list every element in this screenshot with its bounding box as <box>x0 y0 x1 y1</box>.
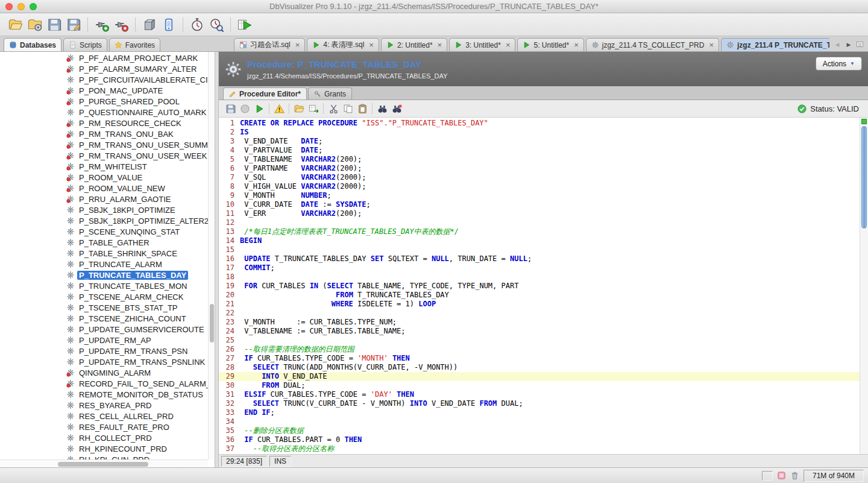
tree-item[interactable]: RES_FAULT_RATE_PRO <box>0 421 208 432</box>
code-line[interactable]: 23 V_MONTH := CUR_TABLES.TYPE_NUM; <box>219 318 860 327</box>
actions-button[interactable]: Actions ▼ <box>816 57 862 71</box>
minimize-window-button[interactable] <box>17 3 25 10</box>
tree-item[interactable]: P_RM_TRANS_ONU_BAK <box>0 128 208 139</box>
doc-tab-3[interactable]: 2: Untitled*× <box>381 38 447 51</box>
tree-item[interactable]: P_ROOM_VALUE_NEW <box>0 183 208 194</box>
tree-item[interactable]: P_TSCENE_BTS_STAT_TP <box>0 302 208 313</box>
cut-button[interactable] <box>326 101 341 116</box>
code-editor[interactable]: 1CREATE OR REPLACE PROCEDURE "ISS"."P_TR… <box>219 119 860 454</box>
tree-item[interactable]: P_QUESTIONNAIRE_AUTO_MARK <box>0 107 208 118</box>
tree-item[interactable]: RH_KPI_CHN_PRD <box>0 454 208 459</box>
copy-button[interactable] <box>341 101 355 116</box>
open-file-button[interactable] <box>6 15 25 34</box>
tree-item[interactable]: P_TRUNCATE_ALARM <box>0 259 208 270</box>
doc-tab-1[interactable]: 习题会话.sql× <box>234 38 305 51</box>
code-line[interactable]: 24 V_TABLENAME := CUR_TABLES.TABLE_NAME; <box>219 327 860 336</box>
code-line[interactable]: 13 /*每日1点定时清理表表T_TRUNCATE_TABLES_DAY中表的数… <box>219 227 860 236</box>
code-line[interactable]: 17 COMMIT; <box>219 264 860 273</box>
code-line[interactable]: 26 --取得需要清理的数据的日期范围 <box>219 345 860 354</box>
tree-item[interactable]: RH_COLLECT_PRD <box>0 432 208 443</box>
export-button[interactable] <box>306 101 321 116</box>
tree-vertical-scrollbar[interactable] <box>208 52 215 459</box>
paste-button[interactable] <box>355 101 370 116</box>
database-objects-button[interactable] <box>140 15 159 34</box>
code-line[interactable]: 31 ELSIF CUR_TABLES.TYPE_CODE = 'DAY' TH… <box>219 390 860 399</box>
code-line[interactable]: 19 FOR CUR_TABLES IN (SELECT TABLE_NAME,… <box>219 282 860 291</box>
tree-item[interactable]: QINGMING_ALARM <box>0 367 208 378</box>
code-line[interactable]: 22 <box>219 309 860 318</box>
tree-item[interactable]: REMOTE_MONITOR_DB_STATUS <box>0 389 208 400</box>
doc-tab-5[interactable]: 5: Untitled*× <box>517 38 583 51</box>
panel-tab-databases[interactable]: Databases <box>4 38 61 51</box>
save-button[interactable] <box>45 15 64 34</box>
time-search-button[interactable] <box>207 15 226 34</box>
code-line[interactable]: 20 FROM T_TRUNCATE_TABLES_DAY <box>219 291 860 300</box>
tree-hscroll-thumb[interactable] <box>58 462 148 467</box>
zoom-window-button[interactable] <box>30 3 37 10</box>
object-tab-procedure-editor[interactable]: Procedure Editor* <box>223 87 307 99</box>
tree-horizontal-scrollbar[interactable] <box>0 459 208 467</box>
code-line[interactable]: 11 V_ERR VARCHAR2(200); <box>219 209 860 218</box>
tree-item[interactable]: RH_KPINECOUNT_PRD <box>0 443 208 454</box>
save-as-button[interactable] <box>64 15 83 34</box>
tab-close-icon[interactable]: × <box>295 41 300 49</box>
tree-item[interactable]: RES_BYAREA_PRD <box>0 400 208 411</box>
tree-item[interactable]: P_TABLE_SHRINK_SPACE <box>0 248 208 259</box>
tree-item[interactable]: P_TRUNCATE_TABLES_DAY <box>0 270 208 280</box>
doc-tab-6[interactable]: jzgz_211.4 TS_COLLECT_PRD× <box>586 38 719 51</box>
tree-item[interactable]: RECORD_FAIL_TO_SEND_ALARM_PRD <box>0 378 208 389</box>
code-line[interactable]: 7 V_SQL VARCHAR2(2000); <box>219 173 860 182</box>
tree-item[interactable]: P_SCENE_XUNQING_STAT <box>0 226 208 237</box>
garbage-collect-icon[interactable] <box>790 471 799 480</box>
code-line[interactable]: 6 V_PARTNAME VARCHAR2(200); <box>219 164 860 173</box>
code-line[interactable]: 32 SELECT TRUNC(V_CURR_DATE - V_MONTH) I… <box>219 399 860 408</box>
tab-close-icon[interactable]: × <box>574 41 579 49</box>
execute-button[interactable] <box>252 101 266 116</box>
code-line[interactable]: 3 V_END_DATE DATE; <box>219 137 860 146</box>
tree-item[interactable]: P_SBJK_18KPI_OPTIMIZE_ALTER2 <box>0 215 208 226</box>
code-line[interactable]: 15 <box>219 245 860 254</box>
scroll-tabs-left-button[interactable]: ◀ <box>833 42 841 48</box>
tree-item[interactable]: P_RM_TRANS_ONU_USER_SUMMARY <box>0 139 208 150</box>
folder-settings-button[interactable] <box>25 15 45 34</box>
code-line[interactable]: 5 V_TABLENAME VARCHAR2(200); <box>219 155 860 164</box>
tree-item[interactable]: P_UPDATE_RM_TRANS_PSNLINK <box>0 356 208 367</box>
tree-item[interactable]: P_PF_ALARM_PROJECT_MARK <box>0 52 208 63</box>
tree-item[interactable]: P_TSCENE_ALARM_CHECK <box>0 291 208 302</box>
code-line[interactable]: 36 IF CUR_TABLES.PART = 0 THEN <box>219 435 860 444</box>
memory-usage[interactable]: 71M of 940M <box>804 470 864 482</box>
code-line[interactable]: 4 V_PARTVALUE DATE; <box>219 146 860 155</box>
tree-item[interactable]: P_ROOM_VALUE <box>0 172 208 183</box>
code-line[interactable]: 9 V_MONTH NUMBER; <box>219 191 860 200</box>
panel-tab-favorites[interactable]: Favorites <box>109 38 160 51</box>
doc-tab-4[interactable]: 3: Untitled*× <box>449 38 515 51</box>
code-line[interactable]: 2IS <box>219 128 860 137</box>
code-line[interactable]: 10 V_CURR_DATE DATE := SYSDATE; <box>219 200 860 209</box>
scroll-tabs-right-button[interactable]: ▶ <box>844 42 853 48</box>
procedure-editor[interactable]: 1CREATE OR REPLACE PROCEDURE "ISS"."P_TR… <box>219 118 868 454</box>
tab-list-button[interactable] <box>856 40 864 48</box>
find-replace-button[interactable] <box>389 101 404 116</box>
tree-item[interactable]: P_UPDATE_RM_TRANS_PSN <box>0 346 208 356</box>
code-line[interactable]: 34 <box>219 417 860 426</box>
doc-tab-2[interactable]: 4: 表清理.sql× <box>307 38 379 51</box>
alerts-button[interactable] <box>272 101 286 116</box>
sql-commander-button[interactable] <box>235 15 254 34</box>
code-line[interactable]: 25 <box>219 336 860 345</box>
code-line[interactable]: 8 V_HIGH_VALUE VARCHAR2(2000); <box>219 182 860 191</box>
tree-item[interactable]: P_TSCENE_ZHICHA_COUNT <box>0 313 208 324</box>
code-line[interactable]: 14BEGIN <box>219 236 860 245</box>
tree-item[interactable]: RES_CELL_ALLREL_PRD <box>0 411 208 421</box>
tree-item[interactable]: P_PF_ALARM_SUMARY_ALTER <box>0 63 208 74</box>
code-line[interactable]: 37 --取得分区表的分区名称 <box>219 444 860 453</box>
code-line[interactable]: 33 END IF; <box>219 408 860 417</box>
code-line[interactable]: 29 INTO V_END_DATE <box>219 372 860 381</box>
code-line[interactable]: 18 <box>219 273 860 282</box>
tab-close-icon[interactable]: × <box>709 41 714 49</box>
code-line[interactable]: 12 <box>219 218 860 227</box>
code-line[interactable]: 16 UPDATE T_TRUNCATE_TABLES_DAY SET SQLT… <box>219 254 860 264</box>
code-line[interactable]: 27 IF CUR_TABLES.TYPE_CODE = 'MONTH' THE… <box>219 354 860 363</box>
load-from-file-button[interactable] <box>292 101 306 116</box>
tree-item[interactable]: P_UPDATE_RM_AP <box>0 335 208 346</box>
panel-tab-scripts[interactable]: Scripts <box>63 38 107 51</box>
